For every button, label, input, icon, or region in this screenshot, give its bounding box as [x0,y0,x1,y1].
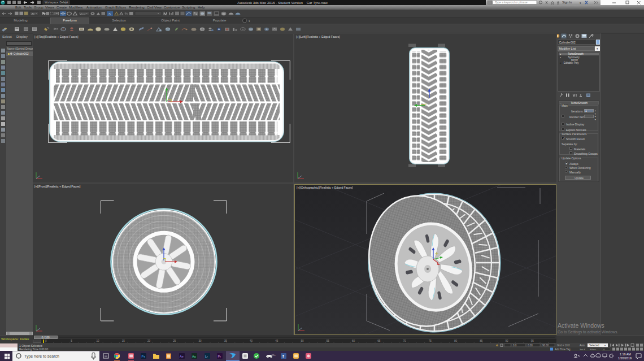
svg-text:Sign In: Sign In [562,1,572,4]
svg-text:0.00: 0.00 [528,344,533,347]
svg-text:Ae: Ae [180,355,184,358]
svg-text:▾: ▾ [158,12,159,15]
svg-text:▾: ▾ [249,19,250,23]
svg-text:All: All [32,12,35,15]
svg-text:Type a keyword or phrase: Type a keyword or phrase [495,1,528,4]
svg-text:▾: ▾ [86,12,88,15]
svg-text:3: 3 [108,12,111,15]
svg-text:1:16 AM: 1:16 AM [620,353,631,356]
svg-text:Selected: Selected [589,344,599,347]
svg-text:▾: ▾ [580,1,581,5]
svg-text:1/26/2019: 1/26/2019 [618,356,632,360]
svg-text:Type here to search: Type here to search [24,354,59,359]
svg-text:Lr: Lr [205,355,208,358]
svg-text:Ps: Ps [142,355,146,358]
svg-text:Grid = 10.0: Grid = 10.0 [557,344,570,347]
svg-text:Pr: Pr [218,355,221,358]
svg-text:Au: Au [192,355,196,358]
svg-text:View: View [80,12,86,15]
svg-text:▾: ▾ [604,344,606,347]
svg-text:90.00: 90.00 [542,344,549,347]
svg-text:%: % [125,12,129,15]
svg-text:99+: 99+ [272,354,276,356]
svg-text:0.0: 0.0 [513,344,517,347]
svg-text:Auto: Auto [580,344,585,347]
svg-text:Workspace: Default: Workspace: Default [45,1,68,4]
svg-text:M: M [163,12,168,16]
svg-text:▾: ▾ [36,12,37,15]
